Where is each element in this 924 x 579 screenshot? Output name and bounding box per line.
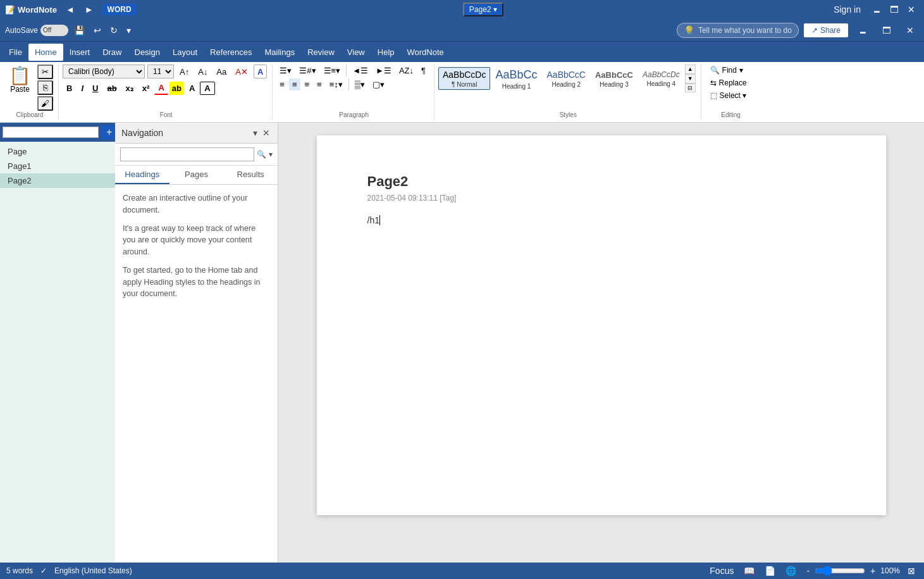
highlight-button[interactable]: ab bbox=[169, 82, 184, 95]
menu-item-help[interactable]: Help bbox=[371, 44, 401, 61]
para-border-button[interactable]: ▢▾ bbox=[369, 78, 388, 90]
back-button[interactable]: ◄ bbox=[62, 3, 78, 16]
page-item-page1[interactable]: Page1 bbox=[0, 159, 115, 173]
format-painter-button[interactable]: 🖌 bbox=[37, 96, 53, 111]
styles-scroll-up[interactable]: ▲ bbox=[685, 65, 696, 74]
font-size-select[interactable]: 11 bbox=[147, 65, 174, 78]
nav-close-button[interactable]: ✕ bbox=[261, 127, 271, 139]
minimize-button[interactable]: 🗕 bbox=[868, 3, 885, 16]
find-button[interactable]: 🔍 Find ▾ bbox=[705, 65, 752, 76]
line-spacing-button[interactable]: ≡↕▾ bbox=[326, 78, 346, 90]
document-meta: 2021-05-04 09:13:11 [Tag] bbox=[367, 194, 835, 202]
bullets-button[interactable]: ☰▾ bbox=[276, 65, 295, 77]
font-color-button[interactable]: A bbox=[154, 82, 168, 95]
ribbon-minimize-button[interactable]: 🗕 bbox=[853, 24, 872, 37]
menu-item-file[interactable]: File bbox=[3, 44, 28, 61]
menu-item-mailings[interactable]: Mailings bbox=[259, 44, 302, 61]
font-shrink-button[interactable]: A↓ bbox=[195, 65, 211, 78]
clear-format-button[interactable]: A✕ bbox=[232, 65, 251, 78]
page-item-page[interactable]: Page bbox=[0, 144, 115, 159]
page-item-page2[interactable]: Page2 bbox=[0, 173, 115, 188]
document-content[interactable]: /h1 bbox=[367, 215, 835, 225]
nav-tab-pages[interactable]: Pages bbox=[169, 166, 224, 184]
text-effects-button[interactable]: A bbox=[254, 65, 267, 78]
underline-button[interactable]: U bbox=[89, 82, 102, 95]
align-center-button[interactable]: ≡ bbox=[289, 78, 300, 90]
indent-button[interactable]: ►☰ bbox=[373, 65, 395, 77]
quick-access-more[interactable]: ▾ bbox=[123, 24, 134, 37]
focus-button[interactable]: Focus bbox=[707, 564, 736, 577]
document-area[interactable]: Page2 2021-05-04 09:13:11 [Tag] /h1 bbox=[278, 123, 924, 563]
zoom-in-button[interactable]: + bbox=[868, 564, 878, 577]
menu-item-layout[interactable]: Layout bbox=[166, 44, 204, 61]
justify-button[interactable]: ≡ bbox=[314, 78, 325, 90]
styles-expand[interactable]: ⊟ bbox=[685, 84, 696, 93]
ribbon-maximize-button[interactable]: 🗖 bbox=[877, 24, 896, 37]
menu-item-draw[interactable]: Draw bbox=[96, 44, 128, 61]
bold-button[interactable]: B bbox=[63, 82, 76, 95]
nav-search-dropdown-icon[interactable]: ▾ bbox=[269, 150, 273, 159]
font-selects: Calibri (Body) 11 A↑ A↓ Aa A✕ A bbox=[63, 65, 267, 78]
nav-tab-results[interactable]: Results bbox=[223, 166, 278, 184]
italic-button[interactable]: I bbox=[77, 82, 87, 95]
tell-me-box[interactable]: 💡 Tell me what you want to do bbox=[677, 23, 799, 38]
outdent-button[interactable]: ◄☰ bbox=[349, 65, 371, 77]
menu-item-design[interactable]: Design bbox=[128, 44, 166, 61]
strikethrough-button[interactable]: ab bbox=[103, 82, 120, 95]
undo-button[interactable]: ↩ bbox=[90, 24, 104, 37]
zoom-fit-button[interactable]: ⊠ bbox=[905, 564, 918, 577]
style-h4[interactable]: AaBbCcDc Heading 4 bbox=[638, 68, 684, 89]
web-view-button[interactable]: 🌐 bbox=[783, 564, 799, 577]
maximize-button[interactable]: 🗖 bbox=[886, 3, 902, 16]
change-case-button[interactable]: Aa bbox=[213, 65, 230, 78]
menu-item-review[interactable]: Review bbox=[301, 44, 341, 61]
show-para-button[interactable]: ¶ bbox=[418, 65, 429, 77]
shading-button[interactable]: ▒▾ bbox=[352, 78, 368, 90]
page-search-input[interactable] bbox=[3, 127, 99, 138]
sign-in-button[interactable]: Sign in bbox=[830, 3, 865, 16]
close-button[interactable]: ✕ bbox=[904, 3, 919, 16]
share-button[interactable]: ↗ Share bbox=[804, 23, 848, 37]
forward-button[interactable]: ► bbox=[81, 3, 97, 16]
cut-button[interactable]: ✂ bbox=[37, 65, 53, 79]
style-h2[interactable]: AaBbCcC Heading 2 bbox=[543, 67, 590, 90]
ribbon-close-button[interactable]: ✕ bbox=[901, 24, 919, 37]
multilevel-button[interactable]: ☰≡▾ bbox=[321, 65, 344, 77]
page-badge[interactable]: Page2 ▾ bbox=[463, 3, 503, 16]
zoom-out-button[interactable]: - bbox=[804, 564, 812, 577]
nav-search-icon[interactable]: 🔍 bbox=[257, 150, 266, 159]
styles-scroll-down[interactable]: ▼ bbox=[685, 74, 696, 84]
nav-tab-headings[interactable]: Headings bbox=[115, 166, 169, 184]
nav-collapse-button[interactable]: ▾ bbox=[252, 127, 259, 139]
document-title: Page2 bbox=[367, 173, 835, 190]
numbering-button[interactable]: ☰#▾ bbox=[296, 65, 319, 77]
print-view-button[interactable]: 📄 bbox=[762, 564, 778, 577]
align-right-button[interactable]: ≡ bbox=[302, 78, 313, 90]
select-button[interactable]: ⬚ Select ▾ bbox=[705, 90, 752, 101]
style-h3[interactable]: AaBbCcC Heading 3 bbox=[591, 68, 638, 90]
menu-item-wordnote[interactable]: WordNote bbox=[401, 44, 450, 61]
menu-item-insert[interactable]: Insert bbox=[63, 44, 97, 61]
paste-button[interactable]: 📋 Paste bbox=[4, 65, 36, 96]
replace-button[interactable]: ⇆ Replace bbox=[705, 77, 752, 89]
style-normal[interactable]: AaBbCcDc ¶ Normal bbox=[438, 67, 490, 90]
char-border-button[interactable]: A bbox=[200, 82, 214, 95]
font-grow-button[interactable]: A↑ bbox=[176, 65, 192, 78]
autosave-toggle[interactable]: Off bbox=[40, 25, 68, 36]
menu-item-view[interactable]: View bbox=[341, 44, 371, 61]
superscript-button[interactable]: x² bbox=[139, 82, 154, 95]
subscript-button[interactable]: x₂ bbox=[122, 82, 137, 95]
zoom-slider[interactable] bbox=[815, 566, 865, 576]
save-button[interactable]: 💾 bbox=[71, 24, 88, 37]
redo-button[interactable]: ↻ bbox=[107, 24, 121, 37]
style-h1[interactable]: AaBbCc Heading 1 bbox=[491, 65, 541, 92]
menu-item-home[interactable]: Home bbox=[28, 44, 63, 61]
nav-search-input[interactable] bbox=[120, 147, 254, 161]
menu-item-references[interactable]: References bbox=[204, 44, 258, 61]
text-shade-button[interactable]: A bbox=[185, 82, 199, 95]
sort-button[interactable]: AZ↓ bbox=[396, 65, 417, 77]
align-left-button[interactable]: ≡ bbox=[276, 78, 288, 90]
copy-button[interactable]: ⎘ bbox=[37, 80, 53, 95]
read-view-button[interactable]: 📖 bbox=[741, 564, 757, 577]
font-name-select[interactable]: Calibri (Body) bbox=[63, 65, 145, 78]
